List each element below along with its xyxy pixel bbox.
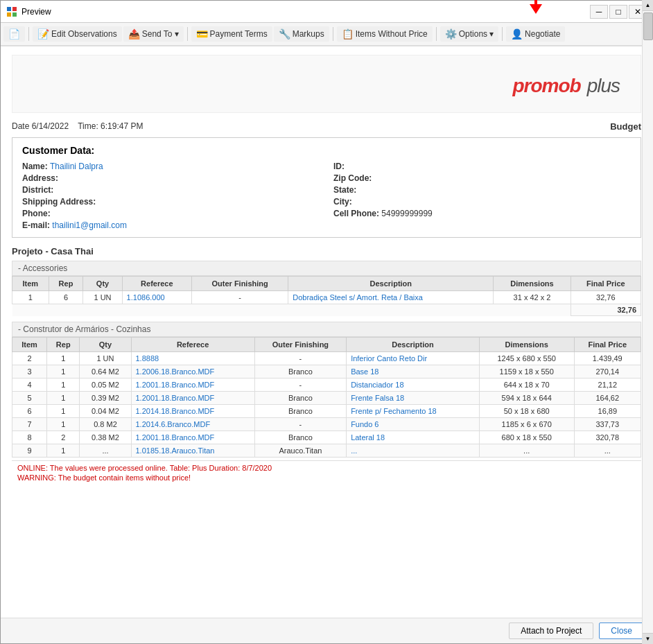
cell-qty: ...: [80, 444, 131, 458]
cell-item: 5: [12, 392, 47, 405]
cell-ref: 1.2001.18.Branco.MDF: [131, 431, 254, 444]
col-dim-1: Dimensions: [494, 277, 571, 291]
edit-obs-label: Edit Observations: [51, 29, 117, 39]
col-item-2: Item: [12, 338, 47, 352]
cell-qty: 0.04 M2: [80, 405, 131, 418]
subtotal-row: 32,76: [12, 304, 641, 316]
svg-rect-1: [12, 7, 17, 11]
items-without-price-button[interactable]: 📋 Items Without Price: [337, 26, 433, 42]
customer-name: Thailini Dalpra: [50, 162, 103, 171]
cell-qty: 0.38 M2: [80, 431, 131, 444]
minimize-button[interactable]: ─: [590, 5, 608, 19]
markups-icon: 🔧: [279, 28, 290, 40]
title-bar-controls: ─ □ ✕: [590, 5, 647, 19]
toolbar-sep-4: [436, 27, 437, 41]
table-row: 6 1 0.04 M2 1.2014.18.Branco.MDF Branco …: [12, 405, 641, 418]
cell-dim: 31 x 42 x 2: [494, 291, 571, 304]
cell-item: 1: [12, 291, 49, 304]
cell-price: 270,14: [574, 365, 641, 378]
cell-price: 320,78: [574, 431, 641, 444]
scrollbar[interactable]: ▲ ▼: [642, 46, 652, 618]
cell-desc: Inferior Canto Reto Dir: [347, 352, 480, 365]
logo-main: promob: [512, 75, 580, 96]
close-button[interactable]: Close: [599, 623, 644, 639]
negotiate-wrapper: 👤 Negotiate: [506, 26, 565, 42]
cell-desc: Base 18: [347, 365, 480, 378]
payment-terms-button[interactable]: 💳 Payment Terms: [191, 26, 272, 42]
cell-price: 164,62: [574, 392, 641, 405]
doc-date: Date 6/14/2022: [12, 121, 69, 131]
main-window: Preview ─ □ ✕ 📄 📝 Edit Observations 📤 Se…: [0, 0, 653, 644]
doc-time: Time: 6:19:47 PM: [78, 121, 143, 131]
cell-price: 32,76: [571, 291, 641, 304]
cell-price: 16,89: [574, 405, 641, 418]
col-finish-2: Outer Finishing: [254, 338, 346, 352]
table-row: 2 1 1 UN 1.8888 - Inferior Canto Reto Di…: [12, 352, 641, 365]
cell-desc: Lateral 18: [347, 431, 480, 444]
cell-ref: 1.8888: [131, 352, 254, 365]
logo-sub: plus: [587, 75, 620, 96]
table-row: 1 6 1 UN 1.1086.000 - Dobradiça Steel s/…: [12, 291, 641, 304]
col-ref-2: Referece: [131, 338, 254, 352]
col-price-2: Final Price: [574, 338, 641, 352]
customer-cellphone: 54999999999: [381, 209, 432, 218]
cell-finish: Branco: [254, 392, 346, 405]
cell-finish: -: [254, 418, 346, 431]
toolbar-sep-2: [187, 27, 188, 41]
items-no-price-icon: 📋: [342, 28, 354, 40]
cell-dim: 1185 x 6 x 670: [479, 418, 574, 431]
field-city: City:: [333, 197, 631, 207]
markups-button[interactable]: 🔧 Markups: [274, 26, 329, 42]
cell-rep: 1: [47, 418, 80, 431]
cell-ref: 1.2001.18.Branco.MDF: [131, 378, 254, 392]
maximize-button[interactable]: □: [609, 5, 627, 19]
cell-dim: 1159 x 18 x 550: [479, 365, 574, 378]
col-price-1: Final Price: [571, 277, 641, 291]
cell-item: 4: [12, 378, 47, 392]
accessories-table: Item Rep Qty Referece Outer Finishing De…: [12, 276, 641, 316]
cell-dim: 644 x 18 x 70: [479, 378, 574, 392]
col-finish-1: Outer Finishing: [192, 277, 288, 291]
toolbar: 📄 📝 Edit Observations 📤 Send To ▾ 💳 Paym…: [1, 23, 652, 46]
section-construtor-title: - Construtor de Armários - Cozinhas: [12, 322, 641, 337]
cell-qty: 0.05 M2: [80, 378, 131, 392]
doc-type: Budget: [610, 121, 641, 132]
payment-terms-icon: 💳: [196, 28, 208, 40]
cell-item: 6: [12, 405, 47, 418]
cell-desc: Frente p/ Fechamento 18: [347, 405, 480, 418]
cell-item: 2: [12, 352, 47, 365]
cell-dim: 680 x 18 x 550: [479, 431, 574, 444]
title-bar-left: Preview: [6, 6, 51, 17]
edit-observations-button[interactable]: 📝 Edit Observations: [33, 26, 122, 42]
cell-desc: Frente Falsa 18: [347, 392, 480, 405]
svg-rect-3: [12, 12, 17, 17]
col-rep-2: Rep: [47, 338, 80, 352]
toolbar-pdf-button[interactable]: 📄: [3, 26, 25, 42]
send-to-button[interactable]: 📤 Send To ▾: [123, 26, 184, 42]
customer-grid: Name: Thailini Dalpra ID: Address: Zip C…: [22, 162, 631, 230]
cell-qty: 1 UN: [83, 291, 122, 304]
options-icon: ⚙️: [445, 28, 457, 40]
negotiate-icon: 👤: [511, 28, 523, 40]
cell-dim: 1245 x 680 x 550: [479, 352, 574, 365]
attach-to-project-button[interactable]: Attach to Project: [509, 623, 593, 639]
doc-datetime: Date 6/14/2022 Time: 6:19:47 PM: [12, 121, 143, 132]
logo: promob plus: [33, 69, 620, 98]
cell-ref: 1.1086.000: [122, 291, 191, 304]
col-desc-1: Description: [288, 277, 494, 291]
negotiate-button[interactable]: 👤 Negotiate: [506, 26, 565, 42]
svg-rect-0: [7, 7, 11, 11]
cell-desc: ...: [347, 444, 480, 458]
options-label: Options: [459, 29, 487, 39]
cell-item: 8: [12, 431, 47, 444]
cell-ref: 1.2001.18.Branco.MDF: [131, 392, 254, 405]
status-warning: WARNING: The budget contain items withou…: [17, 473, 636, 482]
options-button[interactable]: ⚙️ Options ▾: [440, 26, 498, 42]
col-desc-2: Description: [347, 338, 480, 352]
cell-qty: 0.39 M2: [80, 392, 131, 405]
scroll-area[interactable]: promob plus Date 6/14/2022 Time: 6:19:47…: [1, 46, 652, 618]
send-to-label: Send To: [142, 29, 173, 39]
cell-price: 1.439,49: [574, 352, 641, 365]
options-dropdown-icon: ▾: [489, 29, 494, 39]
cell-finish: -: [192, 291, 288, 304]
